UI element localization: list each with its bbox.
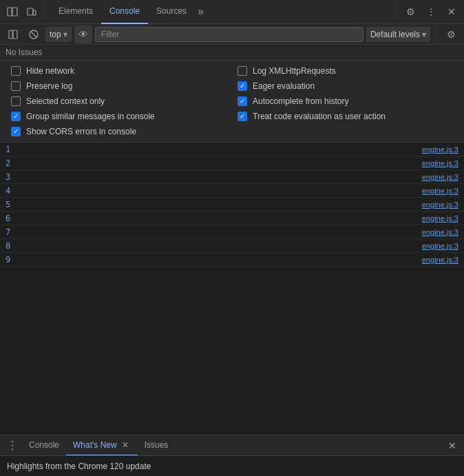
setting-hide-network[interactable]: Hide network <box>11 66 226 76</box>
checkbox-treat-code[interactable] <box>238 112 247 121</box>
bottom-tab-what's-new[interactable]: What's New✕ <box>66 435 138 456</box>
setting-autocomplete-history[interactable]: Autocomplete from history <box>238 96 453 106</box>
log-row-link[interactable]: engine.js:3 <box>422 214 458 223</box>
bottom-tab-console[interactable]: Console <box>22 435 66 456</box>
bottom-tabs: ConsoleWhat's New✕Issues <box>22 435 175 455</box>
table-row[interactable]: 4engine.js:3 <box>0 184 464 198</box>
log-row-number: 7 <box>6 227 19 237</box>
setting-selected-context[interactable]: Selected context only <box>11 96 226 106</box>
table-row[interactable]: 5engine.js:3 <box>0 198 464 211</box>
console-toolbar: top ▾ 👁 Default levels ▾ ⚙ <box>0 24 464 45</box>
tab-elements[interactable]: Elements <box>50 0 101 24</box>
log-row-link[interactable]: engine.js:3 <box>422 145 458 154</box>
log-row-link[interactable]: engine.js:3 <box>422 256 458 264</box>
separator <box>396 4 397 19</box>
bottom-tabbar: ⋮ ConsoleWhat's New✕Issues ✕ <box>0 435 464 455</box>
svg-rect-0 <box>8 8 12 16</box>
console-settings-icon[interactable]: ⚙ <box>442 25 460 43</box>
setting-preserve-log[interactable]: Preserve log <box>11 81 226 91</box>
log-row-number: 1 <box>6 145 19 154</box>
log-row-link[interactable]: engine.js:3 <box>422 173 458 181</box>
log-row-number: 5 <box>6 200 19 209</box>
checkbox-selected-context[interactable] <box>11 96 21 106</box>
clear-console-icon[interactable] <box>25 25 43 43</box>
log-row-number: 2 <box>6 158 19 168</box>
log-row-number: 9 <box>6 255 19 265</box>
devtools-more-icon[interactable]: ⋮ <box>421 2 441 21</box>
svg-line-7 <box>31 31 37 37</box>
nav-tabs: Elements Console Sources » <box>50 0 207 23</box>
log-row-link[interactable]: engine.js:3 <box>422 242 458 250</box>
tab-close-icon[interactable]: ✕ <box>120 439 131 451</box>
console-log-area[interactable]: 1engine.js:32engine.js:33engine.js:34eng… <box>0 143 464 435</box>
table-row[interactable]: 9engine.js:3 <box>0 253 464 267</box>
log-row-link[interactable]: engine.js:3 <box>422 200 458 209</box>
close-panel-icon[interactable]: ✕ <box>443 437 461 455</box>
log-row-number: 4 <box>6 186 19 196</box>
svg-rect-2 <box>28 8 33 15</box>
no-issues-bar: No Issues <box>0 45 464 61</box>
setting-group-similar[interactable]: Group similar messages in console <box>11 112 226 121</box>
highlights-bar: Highlights from the Chrome 120 update <box>0 455 464 476</box>
log-row-number: 3 <box>6 172 19 182</box>
more-tabs-button[interactable]: » <box>195 6 207 18</box>
log-levels-selector[interactable]: Default levels ▾ <box>366 27 430 42</box>
table-row[interactable]: 3engine.js:3 <box>0 170 464 184</box>
eye-icon[interactable]: 👁 <box>74 25 92 43</box>
setting-treat-code[interactable]: Treat code evaluation as user action <box>238 112 453 121</box>
setting-show-cors[interactable]: Show CORS errors in console <box>11 127 226 136</box>
svg-rect-5 <box>13 30 17 39</box>
svg-rect-4 <box>9 30 12 39</box>
checkbox-hide-network[interactable] <box>11 66 21 76</box>
devtools-settings-icon[interactable]: ⚙ <box>401 2 420 21</box>
bottom-more-icon[interactable]: ⋮ <box>3 439 22 452</box>
tab-console[interactable]: Console <box>101 0 148 24</box>
separator <box>436 27 436 42</box>
table-row[interactable]: 1engine.js:3 <box>0 143 464 156</box>
filter-input[interactable] <box>95 27 363 42</box>
sidebar-toggle-icon[interactable] <box>3 2 22 21</box>
checkbox-autocomplete-history[interactable] <box>238 96 247 106</box>
bottom-tab-issues[interactable]: Issues <box>138 435 176 456</box>
checkbox-preserve-log[interactable] <box>11 81 21 91</box>
devtools-top-toolbar: Elements Console Sources » ⚙ ⋮ ✕ <box>0 0 464 24</box>
settings-panel: Hide networkLog XMLHttpRequestsPreserve … <box>0 61 464 143</box>
log-row-link[interactable]: engine.js:3 <box>422 228 458 236</box>
table-row[interactable]: 6engine.js:3 <box>0 211 464 225</box>
device-toggle-icon[interactable] <box>22 2 41 21</box>
checkbox-show-cors[interactable] <box>11 127 21 136</box>
svg-rect-3 <box>33 10 36 15</box>
log-row-link[interactable]: engine.js:3 <box>422 187 458 195</box>
tab-sources[interactable]: Sources <box>148 0 195 24</box>
sidebar-toggle-console-icon[interactable] <box>4 25 22 43</box>
devtools-right-icons: ⚙ ⋮ ✕ <box>393 2 461 21</box>
table-row[interactable]: 7engine.js:3 <box>0 225 464 239</box>
devtools-close-icon[interactable]: ✕ <box>442 2 461 21</box>
context-selector[interactable]: top ▾ <box>45 27 72 42</box>
table-row[interactable]: 2engine.js:3 <box>0 156 464 170</box>
checkbox-group-similar[interactable] <box>11 112 21 121</box>
separator <box>44 4 45 19</box>
log-row-link[interactable]: engine.js:3 <box>422 159 458 167</box>
checkbox-eager-eval[interactable] <box>238 81 247 91</box>
log-row-number: 8 <box>6 241 19 251</box>
setting-log-xmlhttp[interactable]: Log XMLHttpRequests <box>238 66 453 76</box>
log-row-number: 6 <box>6 214 19 223</box>
svg-rect-1 <box>12 8 17 16</box>
checkbox-log-xmlhttp[interactable] <box>238 66 247 76</box>
table-row[interactable]: 8engine.js:3 <box>0 239 464 253</box>
setting-eager-eval[interactable]: Eager evaluation <box>238 81 453 91</box>
